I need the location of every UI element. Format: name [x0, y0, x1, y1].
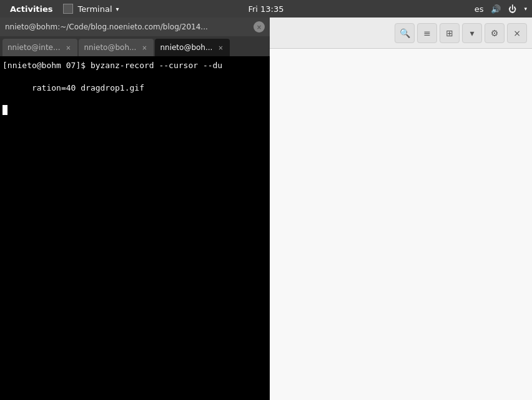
tabs-bar: nnieto@inte... × nnieto@boh... × nnieto@… [0, 36, 270, 56]
grid-button[interactable]: ⊞ [440, 23, 460, 43]
right-panel: 🔍 ≡ ⊞ ▾ ⚙ × [270, 18, 532, 400]
terminal-line-2: ration=40 dragdrop1.gif [2, 71, 267, 105]
system-bar: Activities Terminal ▾ Fri 13:35 es 🔊 ⏻ ▾ [0, 0, 532, 18]
language-indicator[interactable]: es [475, 4, 484, 14]
terminal-line-3 [2, 105, 267, 116]
tab-3-close[interactable]: × [216, 43, 225, 52]
system-bar-left: Activities Terminal ▾ [5, 0, 124, 18]
tab-3-label: nnieto@boh... [160, 43, 212, 52]
terminal-menu-label: Terminal [78, 4, 112, 14]
tab-2-close[interactable]: × [140, 43, 149, 52]
search-icon: 🔍 [400, 28, 410, 38]
right-content [270, 49, 532, 400]
close-panel-button[interactable]: × [507, 23, 527, 43]
datetime-display: Fri 13:35 [248, 4, 283, 14]
terminal-titlebar: nnieto@bohm:~/Code/blog.noenieto.com/blo… [0, 18, 270, 36]
volume-icon[interactable]: 🔊 [491, 4, 501, 14]
system-bar-right: es 🔊 ⏻ ▾ [475, 4, 527, 14]
terminal-line-1: [nnieto@bohm 07]$ byzanz-record --cursor… [2, 60, 267, 71]
terminal-menu-arrow: ▾ [116, 6, 119, 12]
search-button[interactable]: 🔍 [395, 23, 415, 43]
window-title: nnieto@bohm:~/Code/blog.noenieto.com/blo… [5, 22, 249, 31]
chevron-button[interactable]: ▾ [462, 23, 482, 43]
tab-1-close[interactable]: × [64, 43, 72, 52]
tab-1-label: nnieto@inte... [7, 43, 60, 52]
close-icon: × [513, 28, 521, 38]
menu-button[interactable]: ≡ [417, 23, 437, 43]
tab-2[interactable]: nnieto@boh... × [79, 39, 154, 56]
terminal-window: nnieto@bohm:~/Code/blog.noenieto.com/blo… [0, 18, 270, 400]
activities-button[interactable]: Activities [5, 0, 58, 18]
menu-icon: ≡ [423, 28, 431, 38]
grid-icon: ⊞ [446, 28, 453, 38]
right-toolbar: 🔍 ≡ ⊞ ▾ ⚙ × [270, 18, 532, 49]
tab-2-label: nnieto@boh... [84, 43, 136, 52]
tab-3[interactable]: nnieto@boh... × [155, 39, 230, 56]
terminal-menu-button[interactable]: Terminal ▾ [58, 0, 124, 18]
settings-button[interactable]: ⚙ [485, 23, 505, 43]
gear-icon: ⚙ [491, 28, 499, 38]
power-arrow[interactable]: ▾ [524, 6, 527, 12]
power-icon[interactable]: ⏻ [508, 4, 516, 14]
window-close-button[interactable]: × [254, 21, 265, 32]
terminal-cursor [2, 105, 7, 115]
terminal-small-icon [63, 4, 73, 14]
tab-1[interactable]: nnieto@inte... × [2, 39, 77, 56]
terminal-content[interactable]: [nnieto@bohm 07]$ byzanz-record --cursor… [0, 56, 270, 400]
chevron-down-icon: ▾ [470, 28, 474, 38]
